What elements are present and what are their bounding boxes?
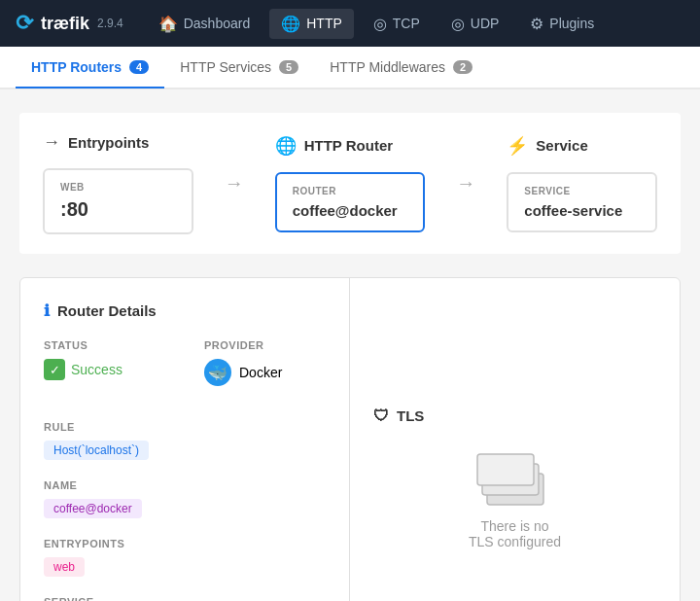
status-label: STATUS	[44, 339, 165, 351]
udp-icon: ◎	[451, 15, 465, 33]
arrow-2: →	[448, 172, 483, 194]
entrypoints-field: ENTRYPOINTS web	[44, 538, 326, 577]
rule-label: RULE	[44, 421, 326, 433]
nav-http-label: HTTP	[306, 16, 342, 31]
svg-rect-2	[477, 454, 534, 485]
router-box: ROUTER coffee@docker	[275, 172, 426, 232]
home-icon: 🏠	[158, 15, 178, 33]
router-title-text: HTTP Router	[304, 137, 393, 154]
service-title: ⚡ Service	[507, 135, 657, 157]
rule-chip: Host(`localhost`)	[44, 441, 149, 460]
nav-plugins[interactable]: ⚙ Plugins	[518, 9, 606, 39]
entrypoints-detail-label: ENTRYPOINTS	[44, 538, 326, 549]
status-badge: ✓ Success	[44, 359, 165, 380]
main-content: → Entrypoints WEB :80 → 🌐 HTTP Router RO…	[0, 89, 700, 601]
provider-value: Docker	[239, 365, 282, 380]
service-detail-label: SERVICE	[44, 596, 326, 601]
rule-field: RULE Host(`localhost`)	[44, 421, 326, 460]
entrypoints-chip: web	[44, 557, 85, 577]
entrypoints-title: → Entrypoints	[43, 132, 193, 153]
router-box-value: coffee@docker	[293, 202, 408, 219]
entrypoints-box-value: :80	[60, 198, 176, 221]
tab-http-middlewares[interactable]: HTTP Middlewares 2	[314, 48, 488, 88]
tcp-icon: ◎	[373, 15, 387, 33]
nav-tcp-label: TCP	[393, 16, 420, 31]
name-field: NAME coffee@docker	[44, 479, 326, 518]
name-chip: coffee@docker	[44, 499, 142, 518]
service-title-text: Service	[536, 137, 587, 154]
tls-stack-icon	[475, 444, 553, 503]
tab-http-services[interactable]: HTTP Services 5	[164, 48, 314, 88]
details-section: ℹ Router Details STATUS ✓ Success PROVID…	[19, 277, 681, 601]
nav-http[interactable]: 🌐 HTTP	[269, 9, 354, 39]
tab-http-services-label: HTTP Services	[180, 59, 271, 75]
http-icon: 🌐	[281, 15, 300, 33]
entrypoints-box: WEB :80	[43, 168, 193, 234]
tab-http-services-badge: 5	[279, 60, 298, 74]
service-box-value: coffee-service	[524, 202, 640, 219]
nav-items: 🏠 Dashboard 🌐 HTTP ◎ TCP ◎ UDP ⚙ Plugins	[147, 9, 607, 39]
status-value: Success	[71, 362, 122, 377]
router-section: 🌐 HTTP Router ROUTER coffee@docker	[252, 116, 449, 252]
tab-bar: HTTP Routers 4 HTTP Services 5 HTTP Midd…	[0, 47, 700, 89]
entrypoints-icon: →	[43, 132, 60, 153]
info-icon: ℹ	[44, 301, 50, 320]
tab-http-routers[interactable]: HTTP Routers 4	[16, 48, 164, 88]
provider-label: PROVIDER	[204, 339, 326, 351]
tab-http-middlewares-label: HTTP Middlewares	[330, 59, 445, 75]
nav-udp[interactable]: ◎ UDP	[439, 9, 511, 39]
logo-icon: ⟳	[16, 11, 33, 36]
flow-diagram: → Entrypoints WEB :80 → 🌐 HTTP Router RO…	[19, 113, 681, 254]
app-logo: ⟳ træfik 2.9.4	[16, 11, 123, 36]
router-details-header: ℹ Router Details	[44, 301, 326, 320]
tls-header: 🛡 TLS	[373, 407, 424, 425]
plugins-icon: ⚙	[530, 15, 543, 33]
entrypoints-box-label: WEB	[60, 182, 176, 193]
router-icon: 🌐	[275, 135, 297, 157]
router-details-title: Router Details	[57, 302, 157, 319]
tab-http-middlewares-badge: 2	[453, 60, 472, 74]
status-field: STATUS ✓ Success	[44, 339, 165, 386]
provider-row: 🐳 Docker	[204, 359, 326, 386]
arrow-1: →	[217, 172, 252, 194]
router-box-label: ROUTER	[293, 186, 408, 196]
entrypoints-title-text: Entrypoints	[68, 134, 149, 151]
router-title: 🌐 HTTP Router	[275, 135, 426, 157]
tls-section: 🛡 TLS There is noTLS configured	[349, 278, 680, 601]
provider-field: PROVIDER 🐳 Docker	[204, 339, 326, 386]
shield-icon: 🛡	[373, 407, 389, 425]
status-provider-row: STATUS ✓ Success PROVIDER 🐳 Docker	[44, 339, 326, 406]
docker-icon: 🐳	[204, 359, 231, 386]
app-name: træfik	[41, 14, 89, 34]
nav-dashboard[interactable]: 🏠 Dashboard	[147, 9, 262, 39]
tls-title: TLS	[397, 407, 424, 424]
entrypoints-section: → Entrypoints WEB :80	[19, 113, 217, 254]
service-field: SERVICE coffee-service	[44, 596, 326, 601]
tab-http-routers-badge: 4	[129, 60, 149, 74]
tls-empty-state: There is noTLS configured	[469, 444, 561, 549]
nav-tcp[interactable]: ◎ TCP	[362, 9, 432, 39]
status-check-icon: ✓	[44, 359, 65, 380]
nav-dashboard-label: Dashboard	[184, 16, 251, 31]
top-navigation: ⟳ træfik 2.9.4 🏠 Dashboard 🌐 HTTP ◎ TCP …	[0, 0, 700, 47]
tls-empty-text: There is noTLS configured	[469, 518, 561, 549]
service-section: ⚡ Service SERVICE coffee-service	[483, 116, 681, 252]
service-box: SERVICE coffee-service	[507, 172, 657, 232]
app-version: 2.9.4	[97, 17, 123, 30]
tls-layers-svg	[475, 444, 553, 511]
tab-http-routers-label: HTTP Routers	[31, 59, 122, 75]
name-label: NAME	[44, 479, 326, 491]
nav-udp-label: UDP	[471, 16, 500, 31]
service-icon: ⚡	[507, 135, 528, 157]
router-details: ℹ Router Details STATUS ✓ Success PROVID…	[20, 278, 349, 601]
service-box-label: SERVICE	[524, 186, 640, 196]
nav-plugins-label: Plugins	[549, 16, 594, 31]
